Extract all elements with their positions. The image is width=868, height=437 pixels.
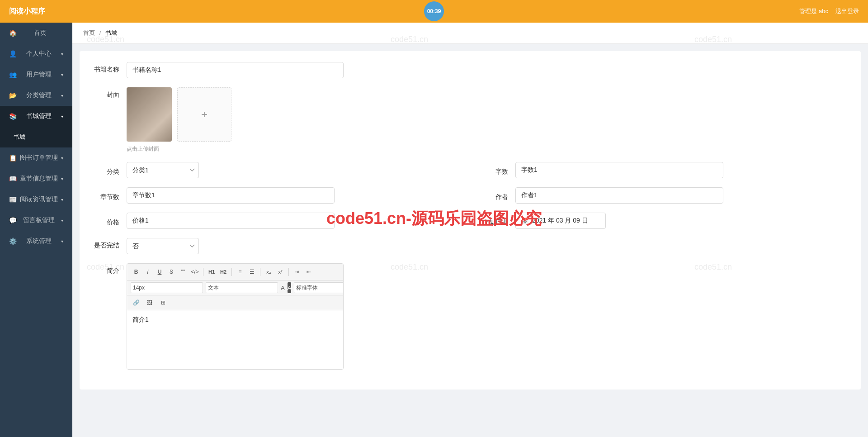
toolbar-code[interactable]: </> xyxy=(189,266,200,277)
author-label: 作者 xyxy=(479,190,515,201)
rich-editor: B I U S "" </> H1 H2 ≡ ☰ xyxy=(127,263,344,370)
chapter-count-input[interactable] xyxy=(127,187,335,204)
logout-link[interactable]: 退出登录 xyxy=(835,7,859,15)
sidebar-label-chapter-mgmt: 章节信息管理 xyxy=(20,175,58,183)
book-name-label: 书籍名称 xyxy=(90,62,127,74)
sidebar-label-category-mgmt: 分类管理 xyxy=(26,91,52,100)
comment-mgmt-arrow: ▾ xyxy=(61,218,63,223)
category-wordcount-row: 分类 分类1 分类2 分类3 字数 xyxy=(90,162,850,178)
shelf-date-field[interactable]: 📅 2021 年 03 月 09 日 xyxy=(515,213,606,229)
toolbar-sep3 xyxy=(260,268,260,276)
personal-icon: 👤 xyxy=(9,50,17,57)
user-mgmt-arrow: ▾ xyxy=(61,72,63,77)
toolbar-image[interactable]: 🖼 xyxy=(144,297,155,308)
toolbar-table[interactable]: ⊞ xyxy=(158,297,169,308)
sidebar-label-home: 首页 xyxy=(34,29,47,37)
toolbar-sep1 xyxy=(203,268,203,276)
order-mgmt-arrow: ▾ xyxy=(61,156,63,161)
completed-select[interactable]: 否 是 xyxy=(127,238,199,254)
sidebar-label-order-mgmt: 图书订单管理 xyxy=(20,154,58,162)
editor-toolbar-row3: 🔗 🖼 ⊞ xyxy=(127,295,343,310)
sidebar-item-comment-mgmt[interactable]: 💬 留言板管理 ▾ xyxy=(0,210,72,231)
price-date-row: 价格 上架日期 📅 2021 年 03 月 09 日 xyxy=(90,213,850,229)
chapter-mgmt-icon: 📖 xyxy=(9,175,17,182)
order-mgmt-icon: 📋 xyxy=(9,154,17,162)
toolbar-font-color[interactable]: A xyxy=(281,282,285,293)
admin-label: 管理是 abc xyxy=(799,7,828,15)
font-family-select[interactable]: 标准字体 xyxy=(294,282,344,293)
toolbar-indent[interactable]: ⇥ xyxy=(292,266,302,277)
toolbar-sep2 xyxy=(231,268,232,276)
cover-label: 封面 xyxy=(90,87,127,99)
font-size-select[interactable]: 14px xyxy=(131,282,203,293)
timer-badge: 00:39 xyxy=(424,1,444,21)
personal-arrow: ▾ xyxy=(61,52,63,57)
sidebar-item-system-mgmt[interactable]: ⚙️ 系统管理 ▾ xyxy=(0,231,72,252)
layout: 🏠 首页 👤 个人中心 ▾ 👥 用户管理 ▾ 📂 分类管理 ▾ 📚 书城管理 ▾… xyxy=(0,23,868,437)
editor-toolbar-row2: 14px 文本 A A 标准字体 ≡ T̲ xyxy=(127,280,343,295)
price-col: 价格 xyxy=(90,213,461,229)
intro-row: 简介 B I U S "" </> H1 H2 xyxy=(90,263,850,370)
sidebar-item-home[interactable]: 🏠 首页 xyxy=(0,23,72,43)
price-input[interactable] xyxy=(127,213,335,229)
sidebar-item-order-mgmt[interactable]: 📋 图书订单管理 ▾ xyxy=(0,147,72,168)
chapter-author-row: 章节数 作者 xyxy=(90,187,850,204)
word-count-input[interactable] xyxy=(515,162,723,178)
toolbar-ul[interactable]: ☰ xyxy=(246,266,257,277)
news-mgmt-icon: 📰 xyxy=(9,196,17,203)
breadcrumb-current: 书城 xyxy=(105,29,117,36)
book-name-input[interactable] xyxy=(127,62,344,78)
toolbar-quote[interactable]: "" xyxy=(178,266,189,277)
category-mgmt-arrow: ▾ xyxy=(61,93,63,98)
sidebar-label-user-mgmt: 用户管理 xyxy=(26,71,52,79)
sidebar: 🏠 首页 👤 个人中心 ▾ 👥 用户管理 ▾ 📂 分类管理 ▾ 📚 书城管理 ▾… xyxy=(0,23,72,437)
toolbar-strike[interactable]: S xyxy=(166,266,177,277)
word-count-col: 字数 xyxy=(479,162,850,178)
intro-text: 简介1 xyxy=(132,316,149,323)
toolbar-outdent[interactable]: ⇤ xyxy=(303,266,314,277)
shelf-date-value: 2021 年 03 月 09 日 xyxy=(532,217,588,225)
cover-content: + 点击上传封面 xyxy=(127,87,533,153)
sidebar-item-chapter-mgmt[interactable]: 📖 章节信息管理 ▾ xyxy=(0,168,72,189)
shelf-date-col: 上架日期 📅 2021 年 03 月 09 日 xyxy=(479,213,850,229)
sidebar-label-comment-mgmt: 留言板管理 xyxy=(23,216,55,224)
chapter-col: 章节数 xyxy=(90,187,461,204)
category-select[interactable]: 分类1 分类2 分类3 xyxy=(127,162,199,178)
category-content: 分类1 分类2 分类3 xyxy=(127,162,199,178)
cover-upload-button[interactable]: + xyxy=(177,87,231,142)
editor-content-area[interactable]: 简介1 xyxy=(127,310,343,369)
sidebar-item-personal[interactable]: 👤 个人中心 ▾ xyxy=(0,43,72,64)
toolbar-sup[interactable]: x² xyxy=(275,266,286,277)
toolbar-bold[interactable]: B xyxy=(131,266,142,277)
toolbar-underline[interactable]: U xyxy=(154,266,165,277)
breadcrumb-separator: / xyxy=(99,29,101,36)
author-input[interactable] xyxy=(515,187,723,204)
book-name-row: 书籍名称 xyxy=(90,62,850,78)
main-content: 首页 / 书城 书籍名称 封面 xyxy=(72,23,868,437)
toolbar-bg-color[interactable]: A xyxy=(288,282,292,293)
sidebar-item-bookstore-mgmt[interactable]: 📚 书城管理 ▾ xyxy=(0,106,72,127)
font-type-select[interactable]: 文本 xyxy=(206,282,278,293)
calendar-icon: 📅 xyxy=(521,218,528,224)
sidebar-item-user-mgmt[interactable]: 👥 用户管理 ▾ xyxy=(0,64,72,85)
user-mgmt-icon: 👥 xyxy=(9,71,17,78)
toolbar-italic[interactable]: I xyxy=(142,266,153,277)
intro-content: B I U S "" </> H1 H2 ≡ ☰ xyxy=(127,263,533,370)
toolbar-ol[interactable]: ≡ xyxy=(235,266,245,277)
cover-image xyxy=(127,87,172,142)
sidebar-item-news-mgmt[interactable]: 📰 阅读资讯管理 ▾ xyxy=(0,189,72,210)
category-col: 分类 分类1 分类2 分类3 xyxy=(90,162,461,178)
breadcrumb-home[interactable]: 首页 xyxy=(83,29,95,36)
bookstore-mgmt-arrow: ▾ xyxy=(61,114,63,119)
toolbar-h2[interactable]: H2 xyxy=(218,266,229,277)
chapter-count-label: 章节数 xyxy=(90,190,127,201)
system-mgmt-arrow: ▾ xyxy=(61,239,63,244)
app-title: 阅读小程序 xyxy=(9,7,45,16)
sidebar-item-bookstore[interactable]: 书城 xyxy=(0,127,72,147)
toolbar-h1[interactable]: H1 xyxy=(206,266,217,277)
toolbar-link[interactable]: 🔗 xyxy=(131,297,142,308)
toolbar-sep4 xyxy=(288,268,289,276)
toolbar-sub[interactable]: x₂ xyxy=(263,266,274,277)
sidebar-item-category-mgmt[interactable]: 📂 分类管理 ▾ xyxy=(0,85,72,106)
comment-mgmt-icon: 💬 xyxy=(9,217,17,224)
